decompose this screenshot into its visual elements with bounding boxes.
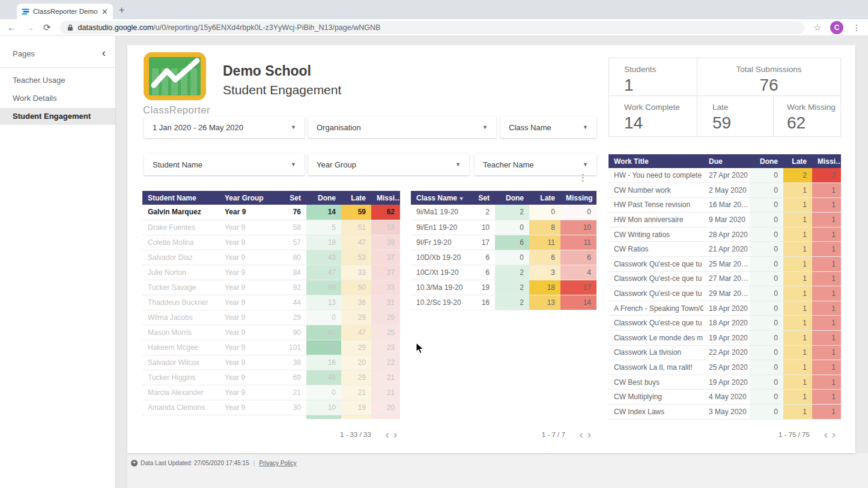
table-row[interactable]: Classwork Qu'est-ce que tu …29 Mar 20…01…	[609, 286, 841, 301]
next-page-icon[interactable]: ›	[393, 429, 397, 441]
table-row[interactable]: Classwork Qu'est-ce que tu …27 Mar 20…01…	[609, 271, 841, 286]
next-page-icon[interactable]: ›	[832, 429, 836, 441]
browser-menu-icon[interactable]: ⋮	[852, 23, 861, 32]
prev-page-icon[interactable]: ‹	[580, 429, 583, 441]
sidebar-item-work-details[interactable]: Work Details	[0, 90, 115, 107]
profile-avatar[interactable]: C	[830, 21, 843, 34]
table-row[interactable]: Julie NortonYear 984473337	[142, 265, 400, 280]
table-row[interactable]: Classwork La tlvision22 Apr 2020011	[609, 345, 841, 360]
table-row[interactable]: Tucker SavageYear 992595033	[142, 280, 400, 295]
cell: 1	[783, 345, 812, 360]
table-row[interactable]: Classwork Le monde des m…19 Apr 2020011	[609, 331, 841, 346]
table-row[interactable]: Classwork Qu'est-ce que tu …18 Apr 20200…	[609, 316, 841, 331]
table-row[interactable]: 9i/Ma1 19-202200	[411, 205, 596, 220]
tab-close-icon[interactable]: ✕	[102, 8, 108, 16]
column-header[interactable]: Year Group	[219, 191, 276, 205]
table-row[interactable]: CW Best buys19 Apr 2020011	[609, 375, 841, 390]
column-header[interactable]: Done	[750, 154, 783, 168]
table-row[interactable]: Hakeem McgeeYear 9101782923	[142, 340, 400, 355]
filter-class-name[interactable]: Class Name▼	[500, 116, 596, 138]
cell: 92	[276, 280, 306, 295]
table-row[interactable]: 9I/Fr 19-201761111	[411, 235, 596, 250]
privacy-policy-link[interactable]: Privacy Policy	[259, 460, 296, 466]
prev-page-icon[interactable]: ‹	[386, 429, 389, 441]
cell: 1	[812, 286, 841, 301]
column-header[interactable]: Late	[341, 191, 371, 205]
table-row[interactable]: CW Ratios21 Apr 2020011	[609, 242, 841, 257]
table-row[interactable]: Salvador DiazYear 980435337	[142, 250, 400, 265]
cell: A French - Speaking Town/C…	[609, 301, 703, 316]
table-row[interactable]: CW Writing ratios28 Apr 2020011	[609, 227, 841, 242]
filter-year-group[interactable]: Year Group▼	[308, 154, 469, 175]
filter-date-range[interactable]: 1 Jan 2020 - 26 May 2020▼	[144, 116, 305, 138]
table-row[interactable]: Galvin MarquezYear 976145962	[142, 205, 400, 220]
cell: 27 Mar 20…	[703, 271, 750, 286]
cell: CW Ratios	[609, 242, 703, 257]
next-page-icon[interactable]: ›	[587, 429, 591, 441]
browser-tab[interactable]: ClassReporter Demo [PUBLIC] ✕	[17, 4, 113, 19]
table-row[interactable]: CW Multiplying4 May 2020011	[609, 390, 841, 405]
table-row[interactable]: 10.2/Sc 19-201621314	[411, 295, 596, 310]
table-row[interactable]: Marcia AlexanderYear 92102121	[142, 385, 400, 400]
table-row[interactable]: A French - Speaking Town/C…18 Apr 202001…	[609, 301, 841, 316]
column-header[interactable]: Class Name ▼	[411, 191, 471, 205]
table-row[interactable]: Thaddeus BucknerYear 944133631	[142, 295, 400, 310]
cell: 13	[306, 295, 341, 310]
forward-icon[interactable]: →	[25, 23, 34, 32]
sidebar-item-student-engagement[interactable]: Student Engagement	[0, 108, 115, 125]
table-row[interactable]: HW Mon anniversaire9 Mar 2020011	[609, 212, 841, 227]
column-header[interactable]: Done	[495, 191, 529, 205]
filter-organisation[interactable]: Organisation▼	[308, 116, 496, 138]
table-row[interactable]: HW - You need to complete l…27 Apr 20200…	[609, 168, 841, 183]
new-tab-button[interactable]: +	[119, 5, 124, 16]
table-row[interactable]: Drake FuentesYear 95855153	[142, 220, 400, 235]
table-row[interactable]: Classwork Qu'est-ce que tu …25 Mar 20…01…	[609, 257, 841, 272]
column-header[interactable]: Done	[306, 191, 341, 205]
collapse-sidebar-icon[interactable]: ‹	[102, 46, 106, 59]
cell: 1	[783, 286, 812, 301]
info-plus-icon: +	[131, 460, 138, 466]
column-header[interactable]: Missi…	[371, 191, 400, 205]
back-icon[interactable]: ←	[7, 23, 16, 32]
table-row[interactable]: 10D/Xb 19-206066	[411, 250, 596, 265]
cell: 1	[812, 212, 841, 227]
table-row[interactable]: Classwork La tl, ma ralit!25 Apr 2020011	[609, 360, 841, 375]
filter-student-name[interactable]: Student Name▼	[144, 154, 305, 175]
cell: 25	[371, 325, 400, 340]
table-row[interactable]: Tucker HigginsYear 969482921	[142, 370, 400, 385]
reload-icon[interactable]: ⟳	[43, 23, 51, 32]
table-row[interactable]: 9i/En1 19-20100810	[411, 220, 596, 235]
cell: 2	[783, 168, 812, 183]
class-table: Class Name ▼SetDoneLateMissing9i/Ma1 19-…	[411, 191, 596, 310]
prev-page-icon[interactable]: ‹	[824, 429, 828, 441]
table-row[interactable]: Amanda ClemonsYear 930101920	[142, 400, 400, 415]
cell: 2	[495, 265, 529, 280]
column-header[interactable]: Student Name	[142, 191, 219, 205]
chart-options-icon[interactable]: ⋮	[578, 172, 587, 183]
column-header[interactable]: Set	[276, 191, 306, 205]
column-header[interactable]: Due	[703, 154, 750, 168]
table-row[interactable]: HW Past Tense revision16 Mar 20…011	[609, 197, 841, 212]
column-header[interactable]: Missi…	[812, 154, 841, 168]
cell: 37	[371, 265, 400, 280]
table-row[interactable]: CW Index Laws3 May 2020011	[609, 405, 841, 420]
bookmark-star-icon[interactable]: ☆	[813, 23, 821, 32]
column-header[interactable]: Late	[783, 154, 812, 168]
table-row[interactable]: 10.3/Ma 19-201921817	[411, 280, 596, 295]
table-row[interactable]: Colette MolinaYear 957184739	[142, 235, 400, 250]
sidebar-item-teacher-usage[interactable]: Teacher Usage	[0, 72, 115, 89]
table-row[interactable]: Salvador WilcoxYear 938162022	[142, 355, 400, 370]
table-row[interactable]: Wilma JacobsYear 92902929	[142, 310, 400, 325]
cell: CW Writing ratios	[609, 227, 703, 242]
column-header[interactable]: Set	[471, 191, 495, 205]
scorecard-late: Late 59	[697, 96, 773, 136]
column-header[interactable]: Work Title	[609, 154, 703, 168]
column-header[interactable]: Late	[529, 191, 560, 205]
address-bar[interactable]: datastudio.google.com/u/0/reporting/15y6…	[60, 21, 805, 34]
table-row[interactable]: Mason MorrisYear 990654725	[142, 325, 400, 340]
table-row[interactable]: 10C/Xt 19-206234	[411, 265, 596, 280]
column-header[interactable]: Missing	[560, 191, 596, 205]
cell: 0	[750, 360, 783, 375]
table-row[interactable]: CW Number work2 May 2020011	[609, 183, 841, 198]
cell: 18	[529, 280, 560, 295]
